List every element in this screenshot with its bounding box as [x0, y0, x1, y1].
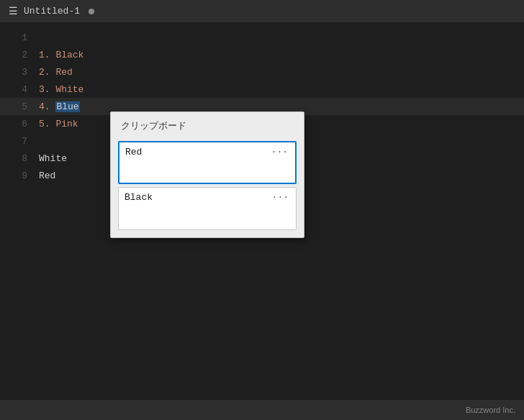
- clipboard-popup: クリップボード Red ··· Black ···: [110, 111, 304, 238]
- line-number: 4: [6, 84, 27, 95]
- line-number: 2: [6, 50, 27, 60]
- clipboard-items: Red ··· Black ···: [111, 138, 304, 237]
- cursor: Blue: [55, 101, 79, 112]
- line-content: 1. Black: [39, 50, 83, 60]
- footer-text: Buzzword Inc.: [466, 406, 515, 414]
- footer: Buzzword Inc.: [0, 400, 524, 420]
- line-number: 3: [6, 67, 27, 78]
- editor-line: 2 1. Black: [0, 46, 524, 63]
- clipboard-title: クリップボード: [111, 112, 304, 138]
- menu-icon[interactable]: ☰: [9, 5, 18, 17]
- line-content: 3. White: [39, 84, 83, 95]
- title-bar: ☰ Untitled-1: [0, 0, 524, 23]
- line-content: Red: [39, 170, 55, 181]
- line-number: 7: [6, 136, 27, 147]
- line-content: 4. Blue: [39, 101, 80, 112]
- line-content: 5. Pink: [39, 119, 78, 129]
- editor-line: 3 2. Red: [0, 63, 524, 81]
- clipboard-item[interactable]: Red ···: [118, 141, 297, 184]
- editor-line: 1: [0, 29, 524, 46]
- editor-line: 4 3. White: [0, 81, 524, 98]
- file-title: Untitled-1: [24, 6, 80, 17]
- line-content: 2. Red: [39, 67, 73, 78]
- line-number: 5: [6, 101, 27, 112]
- line-content: White: [39, 153, 67, 164]
- line-number: 1: [6, 32, 27, 43]
- line-number: 8: [6, 153, 27, 164]
- clipboard-item-text: Black: [125, 192, 153, 203]
- line-number-prefix: 4.: [39, 101, 55, 112]
- clipboard-item-menu-button[interactable]: ···: [271, 192, 290, 203]
- line-number: 6: [6, 119, 27, 129]
- clipboard-item-text: Red: [125, 147, 142, 158]
- clipboard-item-menu-button[interactable]: ···: [270, 147, 289, 158]
- clipboard-item[interactable]: Black ···: [118, 187, 297, 230]
- line-number: 9: [6, 170, 27, 181]
- unsaved-dot: [89, 9, 94, 14]
